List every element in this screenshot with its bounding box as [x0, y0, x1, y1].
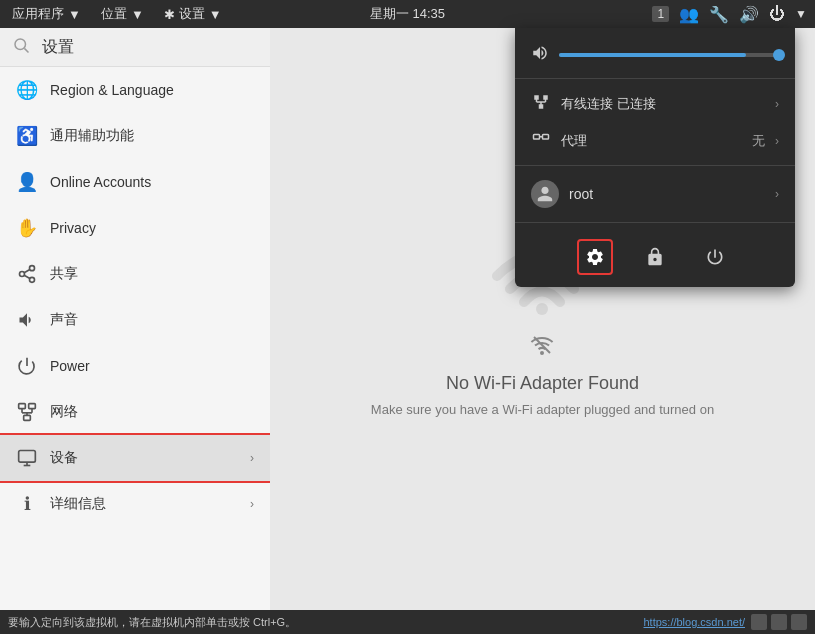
proxy-icon: [531, 130, 551, 151]
volume-popup-icon: [531, 44, 549, 66]
statusbar-icon-1: [751, 614, 767, 630]
svg-rect-15: [19, 451, 36, 463]
sidebar-item-share[interactable]: 共享: [0, 251, 270, 297]
gear-icon: ✱: [164, 7, 175, 22]
taskbar-settings-menu[interactable]: ✱ 设置 ▼: [160, 3, 226, 25]
svg-rect-9: [29, 404, 36, 409]
info-chevron-icon: ›: [250, 497, 254, 511]
svg-rect-24: [540, 105, 543, 108]
accessibility-icon: ♿: [16, 125, 38, 147]
proxy-value: 无: [752, 132, 765, 150]
lock-action-button[interactable]: [637, 239, 673, 275]
statusbar-icon-2: [771, 614, 787, 630]
taskbar-places[interactable]: 位置 ▼: [97, 3, 148, 25]
settings-header: 设置: [0, 28, 270, 67]
volume-icon[interactable]: 🔊: [739, 5, 759, 24]
system-popup: 有线连接 已连接 › 代理 无 ›: [515, 28, 795, 287]
sidebar-item-privacy[interactable]: ✋ Privacy: [0, 205, 270, 251]
popup-user-row[interactable]: root ›: [515, 172, 795, 216]
apps-label: 应用程序: [12, 5, 64, 23]
power-label: Power: [50, 358, 254, 374]
sound-label: 声音: [50, 311, 254, 329]
volume-slider[interactable]: [559, 53, 779, 57]
region-icon: 🌐: [16, 79, 38, 101]
taskbar: 应用程序 ▼ 位置 ▼ ✱ 设置 ▼ 星期一 14:35 1 👥 🔧 🔊 ⏻ ▼: [0, 0, 815, 28]
sidebar-item-network[interactable]: 网络: [0, 389, 270, 435]
places-chevron-icon: ▼: [131, 7, 144, 22]
user-avatar: [531, 180, 559, 208]
svg-point-3: [20, 272, 25, 277]
sidebar-item-devices[interactable]: 设备 ›: [0, 435, 270, 481]
statusbar-link[interactable]: https://blog.csdn.net/: [643, 616, 745, 628]
proxy-chevron-icon: ›: [775, 134, 779, 148]
wifi-no-adapter-subtitle: Make sure you have a Wi-Fi adapter plugg…: [371, 402, 714, 417]
sound-icon: [16, 309, 38, 331]
settings-action-button[interactable]: [577, 239, 613, 275]
info-icon: ℹ: [16, 493, 38, 515]
power-action-button[interactable]: [697, 239, 733, 275]
taskbar-apps[interactable]: 应用程序 ▼: [8, 3, 85, 25]
svg-point-4: [30, 277, 35, 282]
svg-line-1: [24, 48, 28, 52]
popup-divider-2: [515, 165, 795, 166]
network-menu-icon: [16, 401, 38, 423]
popup-wired-row[interactable]: 有线连接 已连接 ›: [515, 85, 795, 122]
statusbar-right: https://blog.csdn.net/: [643, 614, 807, 630]
svg-rect-30: [543, 135, 549, 140]
sidebar-item-region[interactable]: 🌐 Region & Language: [0, 67, 270, 113]
user-label: root: [569, 186, 765, 202]
wired-chevron-icon: ›: [775, 97, 779, 111]
region-label: Region & Language: [50, 82, 254, 98]
power-menu-icon: [16, 355, 38, 377]
devices-label: 设备: [50, 449, 238, 467]
apps-chevron-icon: ▼: [68, 7, 81, 22]
sidebar-item-sound[interactable]: 声音: [0, 297, 270, 343]
volume-slider-thumb: [773, 49, 785, 61]
devices-icon: [16, 447, 38, 469]
devices-chevron-icon: ›: [250, 451, 254, 465]
svg-line-5: [24, 275, 30, 278]
statusbar-icons: [751, 614, 807, 630]
workspace-badge[interactable]: 1: [652, 6, 669, 22]
sidebar-item-power[interactable]: Power: [0, 343, 270, 389]
wired-label: 有线连接 已连接: [561, 95, 765, 113]
main-area: 设置 🌐 Region & Language ♿ 通用辅助功能 👤 Online…: [0, 28, 815, 610]
settings-chevron-icon: ▼: [209, 7, 222, 22]
svg-rect-23: [544, 96, 547, 99]
svg-rect-22: [535, 96, 538, 99]
statusbar: 要输入定向到该虚拟机，请在虚拟机内部单击或按 Ctrl+G。 https://b…: [0, 610, 815, 634]
svg-point-18: [536, 303, 548, 315]
sidebar-item-accessibility[interactable]: ♿ 通用辅助功能: [0, 113, 270, 159]
svg-point-20: [541, 352, 543, 354]
sidebar: 设置 🌐 Region & Language ♿ 通用辅助功能 👤 Online…: [0, 28, 270, 610]
taskbar-right: 1 👥 🔧 🔊 ⏻ ▼: [652, 5, 807, 24]
users-icon[interactable]: 👥: [679, 5, 699, 24]
share-label: 共享: [50, 265, 254, 283]
popup-divider-3: [515, 222, 795, 223]
popup-divider-1: [515, 78, 795, 79]
user-chevron-icon: ›: [775, 187, 779, 201]
places-label: 位置: [101, 5, 127, 23]
dropdown-icon[interactable]: ▼: [795, 7, 807, 21]
svg-rect-10: [24, 415, 31, 420]
sidebar-item-online-accounts[interactable]: 👤 Online Accounts: [0, 159, 270, 205]
accessibility-label: 通用辅助功能: [50, 127, 254, 145]
network-label: 网络: [50, 403, 254, 421]
svg-point-0: [15, 39, 26, 50]
statusbar-hint: 要输入定向到该虚拟机，请在虚拟机内部单击或按 Ctrl+G。: [8, 615, 296, 630]
privacy-label: Privacy: [50, 220, 254, 236]
power-icon[interactable]: ⏻: [769, 5, 785, 23]
online-accounts-label: Online Accounts: [50, 174, 254, 190]
info-label: 详细信息: [50, 495, 238, 513]
share-icon: [16, 263, 38, 285]
network-icon[interactable]: 🔧: [709, 5, 729, 24]
popup-proxy-row[interactable]: 代理 无 ›: [515, 122, 795, 159]
search-icon: [12, 36, 30, 58]
settings-menu-label: 设置: [179, 5, 205, 23]
popup-actions-row: [515, 229, 795, 279]
clock-time: 星期一 14:35: [370, 6, 445, 21]
proxy-label: 代理: [561, 132, 742, 150]
sidebar-item-info[interactable]: ℹ 详细信息 ›: [0, 481, 270, 527]
volume-slider-fill: [559, 53, 746, 57]
wifi-no-adapter-title: No Wi-Fi Adapter Found: [446, 373, 639, 394]
